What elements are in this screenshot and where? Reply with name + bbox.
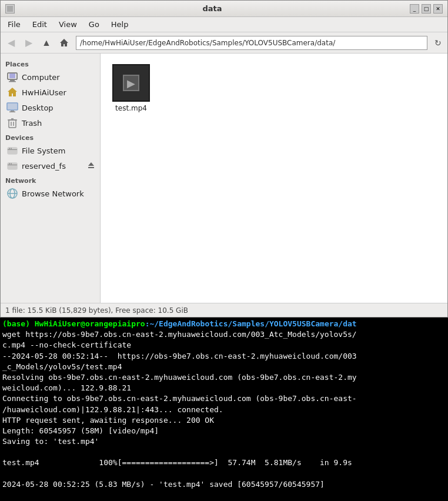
- svg-point-17: [11, 148, 12, 149]
- menu-edit[interactable]: Edit: [28, 19, 52, 30]
- statusbar: 1 file: 15.5 KiB (15,829 bytes), Free sp…: [1, 303, 447, 317]
- sidebar-item-filesystem-label: File System: [22, 146, 65, 155]
- terminal-line-1: wget https://obs-9be7.obs.cn-east-2.myhu…: [0, 329, 448, 340]
- svg-point-16: [9, 148, 10, 149]
- svg-rect-9: [9, 120, 16, 128]
- terminal[interactable]: (base) HwHiAiUser@orangepiaipro:~/EdgeAn…: [0, 318, 448, 501]
- minimize-button[interactable]: _: [410, 4, 419, 14]
- sidebar-item-filesystem[interactable]: File System: [1, 143, 100, 158]
- svg-marker-22: [88, 162, 94, 166]
- network-label: Network: [1, 173, 100, 186]
- film-icon: ▶: [127, 77, 135, 89]
- file-manager-window: data _ □ ✕ File Edit View Go Help ◀ ▶ ▲ …: [0, 0, 448, 318]
- refresh-button[interactable]: ↻: [431, 36, 445, 50]
- menu-go[interactable]: Go: [84, 19, 104, 30]
- terminal-line-6: weicloud.com)... 122.9.88.21: [0, 383, 448, 393]
- filesystem-icon: [6, 145, 18, 156]
- devices-label: Devices: [1, 131, 100, 143]
- file-icon-video: ▶: [112, 64, 150, 102]
- sidebar-item-reservedfs-label: reserved_fs: [22, 162, 66, 171]
- terminal-line-7: Connecting to obs-9be7.obs.cn-east-2.myh…: [0, 393, 448, 404]
- close-button[interactable]: ✕: [433, 4, 443, 14]
- forward-button[interactable]: ▶: [21, 35, 37, 51]
- titlebar: data _ □ ✕: [1, 1, 447, 17]
- toolbar: ◀ ▶ ▲ /home/HwHiAiUser/EdgeAndRobotics/S…: [1, 32, 447, 54]
- video-icon-inner: ▶: [123, 75, 139, 91]
- trash-icon: [6, 117, 18, 129]
- prompt-user: (base) HwHiAiUser@orangepiaipro: [2, 319, 145, 328]
- statusbar-text: 1 file: 15.5 KiB (15,829 bytes), Free sp…: [5, 306, 188, 315]
- svg-rect-4: [9, 81, 16, 82]
- sidebar-item-home[interactable]: HwHiAiUser: [1, 85, 100, 100]
- svg-point-21: [11, 163, 12, 165]
- terminal-line-5: Resolving obs-9be7.obs.cn-east-2.myhuawe…: [0, 372, 448, 383]
- file-label: test.mp4: [115, 104, 147, 112]
- menu-file[interactable]: File: [3, 19, 25, 30]
- svg-rect-6: [8, 103, 17, 109]
- terminal-line-3: --2024-05-28 00:52:14-- https://obs-9be7…: [0, 351, 448, 362]
- terminal-line-10: Length: 60545957 (58M) [video/mp4]: [0, 426, 448, 436]
- sidebar-item-home-label: HwHiAiUser: [22, 88, 66, 97]
- svg-rect-23: [88, 167, 94, 168]
- sidebar-item-trash[interactable]: Trash: [1, 115, 100, 131]
- terminal-line-13: test.mp4 100%[===================>] 57.7…: [0, 457, 448, 468]
- sidebar: Places Computer: [1, 54, 101, 303]
- terminal-line-8: /huaweicloud.com)|122.9.88.21|:443... co…: [0, 405, 448, 415]
- home-icon: [6, 86, 18, 98]
- home-button[interactable]: [56, 35, 72, 51]
- svg-rect-8: [9, 112, 15, 113]
- reservedfs-icon: [6, 160, 18, 172]
- window-controls-right: _ □ ✕: [410, 4, 443, 14]
- up-button[interactable]: ▲: [38, 35, 55, 51]
- computer-icon: [6, 71, 18, 83]
- terminal-line-11: Saving to: 'test.mp4': [0, 436, 448, 447]
- back-button[interactable]: ◀: [3, 35, 19, 51]
- file-area: ▶ test.mp4: [101, 54, 447, 303]
- maximize-button[interactable]: □: [422, 4, 431, 14]
- terminal-line-15: 2024-05-28 00:52:25 (5.83 MB/s) - 'test.…: [0, 479, 448, 490]
- window-title: data: [15, 4, 410, 13]
- sidebar-item-computer-label: Computer: [22, 73, 60, 82]
- svg-rect-2: [9, 74, 15, 78]
- svg-rect-3: [10, 80, 15, 81]
- sidebar-item-network-label: Browse Network: [22, 189, 84, 198]
- sidebar-item-trash-label: Trash: [22, 119, 42, 128]
- sidebar-item-reservedfs[interactable]: reserved_fs: [1, 158, 100, 173]
- window-controls-left: [5, 4, 15, 14]
- places-label: Places: [1, 57, 100, 69]
- terminal-line-4: _c_Models/yolov5s/test.mp4: [0, 362, 448, 372]
- sidebar-item-network[interactable]: Browse Network: [1, 186, 100, 201]
- location-text: /home/HwHiAiUser/EdgeAndRobotics/Samples…: [80, 39, 335, 47]
- eject-button[interactable]: [87, 161, 95, 171]
- desktop-icon: [6, 102, 18, 113]
- terminal-line-12: [0, 447, 448, 457]
- svg-rect-19: [8, 165, 17, 165]
- terminal-line-0: (base) HwHiAiUser@orangepiaipro:~/EdgeAn…: [0, 319, 448, 329]
- sidebar-item-desktop[interactable]: Desktop: [1, 100, 100, 115]
- window-icon: [5, 4, 15, 14]
- sidebar-item-desktop-label: Desktop: [22, 103, 54, 112]
- terminal-line-2: c.mp4 --no-check-certificate: [0, 340, 448, 350]
- menu-view[interactable]: View: [54, 19, 82, 30]
- svg-rect-7: [11, 111, 14, 112]
- svg-point-20: [9, 163, 10, 165]
- terminal-line-14: [0, 469, 448, 479]
- sidebar-item-computer[interactable]: Computer: [1, 69, 100, 85]
- network-icon: [6, 188, 18, 199]
- file-item-testmp4[interactable]: ▶ test.mp4: [108, 61, 155, 116]
- svg-rect-15: [8, 149, 17, 150]
- prompt-path: :~/EdgeAndRobotics/Samples/YOLOV5USBCame…: [145, 319, 357, 328]
- content-area: Places Computer: [1, 54, 447, 303]
- terminal-line-9: HTTP request sent, awaiting response... …: [0, 415, 448, 426]
- menu-help[interactable]: Help: [106, 19, 133, 30]
- svg-rect-0: [7, 6, 13, 12]
- menubar: File Edit View Go Help: [1, 17, 447, 32]
- location-bar[interactable]: /home/HwHiAiUser/EdgeAndRobotics/Samples…: [76, 36, 427, 50]
